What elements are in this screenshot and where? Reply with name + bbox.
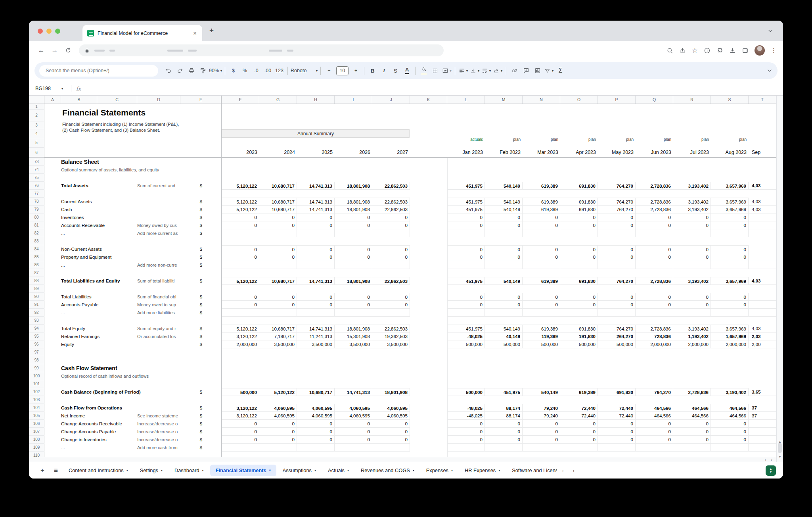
cell-H100[interactable] — [297, 372, 335, 380]
cell-T86[interactable] — [749, 261, 776, 269]
cell-Q78[interactable]: 2,728,836 — [636, 198, 673, 206]
cell-E99[interactable] — [180, 364, 222, 372]
cell-E103[interactable] — [180, 396, 222, 404]
cell-R98[interactable] — [673, 356, 711, 364]
cell-S78[interactable]: 3,657,969 — [711, 198, 749, 206]
cell-K78[interactable] — [410, 198, 447, 206]
cell-J90[interactable]: 0 — [372, 293, 410, 301]
cell-K82[interactable] — [410, 229, 447, 237]
cell-I74[interactable] — [335, 166, 372, 174]
month-header[interactable]: Jan 2023 — [447, 150, 485, 158]
column-header-B[interactable]: B — [61, 96, 97, 104]
cell-O107[interactable]: 0 — [560, 428, 598, 436]
increase-decimal-button[interactable]: .00 — [262, 65, 273, 76]
name-box[interactable]: BG198▾ — [35, 86, 66, 91]
cell-G75[interactable] — [259, 174, 297, 182]
cell-L81[interactable]: 0 — [447, 221, 485, 229]
cell-L98[interactable] — [447, 356, 485, 364]
cell-I84[interactable]: 0 — [335, 245, 372, 253]
cell-E108[interactable]: $ — [180, 436, 222, 444]
row-number-91[interactable]: 91 — [29, 301, 44, 309]
chevron-down-icon[interactable]: ▾ — [126, 469, 128, 472]
cell-K103[interactable] — [410, 396, 447, 404]
text-color-button[interactable]: A — [402, 65, 412, 76]
cell-H73[interactable] — [297, 158, 335, 166]
cell-J76[interactable]: 22,862,503 — [372, 182, 410, 190]
cell-M82[interactable] — [485, 229, 523, 237]
cell-Q85[interactable]: 0 — [636, 253, 673, 261]
cell-H82[interactable] — [297, 229, 335, 237]
cell-H95[interactable]: 11,241,313 — [297, 332, 335, 340]
cell-M102[interactable]: 451,975 — [485, 388, 523, 396]
cell-label-B84[interactable]: Non-Current Assets — [61, 245, 137, 253]
column-header-S[interactable]: S — [711, 96, 749, 104]
cell-A102[interactable] — [44, 388, 61, 396]
cell-N83[interactable] — [523, 237, 560, 245]
month-header[interactable]: Jul 2023 — [673, 150, 711, 158]
cell-I94[interactable]: 18,801,908 — [335, 325, 372, 332]
cell-T108[interactable] — [749, 436, 776, 444]
cell-label-B101[interactable] — [61, 380, 137, 388]
cell-L104[interactable]: -48,025 — [447, 404, 485, 412]
cell-E93[interactable] — [180, 317, 222, 325]
cell-A87[interactable] — [44, 269, 61, 277]
cell-L101[interactable] — [447, 380, 485, 388]
cell-label-B88[interactable]: Total Liabilities and Equity — [61, 277, 137, 285]
row-number-73[interactable]: 73 — [29, 158, 44, 166]
cell-R95[interactable]: 1,193,402 — [673, 332, 711, 340]
cell-E97[interactable] — [180, 348, 222, 356]
cell-I99[interactable] — [335, 364, 372, 372]
cell-J108[interactable]: 0 — [372, 436, 410, 444]
cell-G93[interactable] — [259, 317, 297, 325]
cell-P88[interactable]: 764,270 — [598, 277, 636, 285]
cell-M92[interactable] — [485, 309, 523, 317]
column-header-D[interactable]: D — [137, 96, 180, 104]
cell-Q95[interactable]: 728,836 — [636, 332, 673, 340]
column-header-O[interactable]: O — [560, 96, 598, 104]
cell-F96[interactable]: 2,000,000 — [222, 340, 259, 348]
cell-R101[interactable] — [673, 380, 711, 388]
cell-R76[interactable]: 3,193,402 — [673, 182, 711, 190]
row-number-109[interactable]: 109 — [29, 444, 44, 452]
cell-R109[interactable] — [673, 444, 711, 452]
cell-I108[interactable]: 0 — [335, 436, 372, 444]
cell-A101[interactable] — [44, 380, 61, 388]
cell-I92[interactable] — [335, 309, 372, 317]
cell-L92[interactable] — [447, 309, 485, 317]
cell-note-D89[interactable] — [137, 285, 180, 293]
cell-H90[interactable]: 0 — [297, 293, 335, 301]
row-number-1[interactable]: 1 — [29, 104, 44, 110]
cell-A108[interactable] — [44, 436, 61, 444]
cell-R81[interactable]: 0 — [673, 221, 711, 229]
cell-P103[interactable] — [598, 396, 636, 404]
cell-O82[interactable] — [560, 229, 598, 237]
cell-R78[interactable]: 3,193,402 — [673, 198, 711, 206]
cell-E78[interactable]: $ — [180, 198, 222, 206]
cell-M100[interactable] — [485, 372, 523, 380]
search-icon[interactable] — [666, 47, 673, 54]
close-tab-icon[interactable]: × — [192, 30, 197, 37]
cell-E100[interactable] — [180, 372, 222, 380]
cell-M109[interactable] — [485, 444, 523, 452]
cell-E73[interactable] — [180, 158, 222, 166]
cell-I79[interactable]: 18,801,908 — [335, 206, 372, 213]
cell-H88[interactable]: 14,741,313 — [297, 277, 335, 285]
cell-L89[interactable] — [447, 285, 485, 293]
cell-Q97[interactable] — [636, 348, 673, 356]
cell-A84[interactable] — [44, 245, 61, 253]
cell-note-D90[interactable]: Sum of financial obl — [137, 293, 180, 301]
cell-note-D77[interactable] — [137, 190, 180, 198]
cell-N92[interactable] — [523, 309, 560, 317]
chevron-down-icon[interactable]: ▾ — [202, 469, 204, 472]
cell-J83[interactable] — [372, 237, 410, 245]
cell-M96[interactable]: 500,000 — [485, 340, 523, 348]
cell-note-D106[interactable]: Increase/decrease o — [137, 420, 180, 428]
cell-O96[interactable]: 500,000 — [560, 340, 598, 348]
cell-T78[interactable]: 4,03 — [749, 198, 776, 206]
month-header-partial[interactable]: Sep — [749, 150, 776, 158]
cell-note-D96[interactable] — [137, 340, 180, 348]
cell-I102[interactable]: 14,741,313 — [335, 388, 372, 396]
row-number-105[interactable]: 105 — [29, 412, 44, 420]
cell-A93[interactable] — [44, 317, 61, 325]
cell-T90[interactable] — [749, 293, 776, 301]
